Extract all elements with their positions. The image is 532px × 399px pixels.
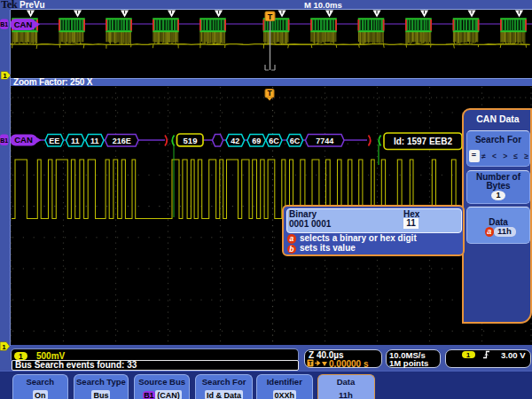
svg-text:CAN: CAN [14, 20, 33, 29]
svg-text:42: 42 [231, 137, 239, 145]
svg-text:1: 1 [2, 343, 6, 351]
svg-text:T: T [268, 12, 273, 21]
svg-text:T: T [309, 359, 313, 367]
svg-text:EE: EE [49, 137, 59, 145]
svg-text:T: T [267, 89, 272, 98]
svg-text:11: 11 [71, 137, 80, 145]
svg-text:6C: 6C [290, 137, 301, 145]
svg-text:11: 11 [90, 137, 99, 145]
svg-text:6C: 6C [269, 137, 279, 145]
svg-text:1: 1 [3, 72, 7, 80]
svg-text:B1: B1 [0, 21, 8, 27]
svg-text:Id: 1597 EEB2: Id: 1597 EEB2 [394, 137, 453, 146]
svg-text:216E: 216E [113, 137, 131, 145]
svg-text:69: 69 [252, 137, 261, 145]
svg-text:CAN: CAN [14, 135, 33, 145]
svg-text:519: 519 [184, 136, 198, 145]
svg-text:7744: 7744 [316, 137, 333, 145]
svg-text:B1: B1 [0, 137, 8, 144]
